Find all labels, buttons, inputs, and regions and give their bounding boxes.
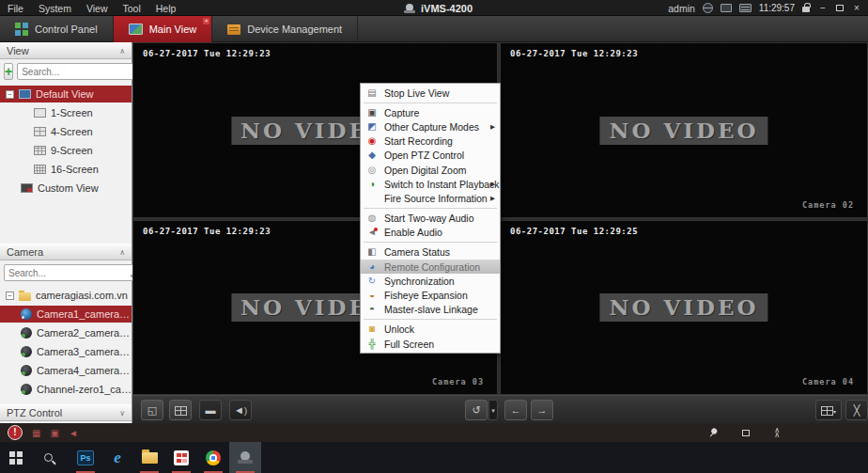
taskbar-internet-explorer[interactable]: e [101, 442, 133, 473]
ptz-person-icon: ◆ [365, 149, 379, 162]
menu-tool[interactable]: Tool [123, 3, 141, 14]
refresh-button[interactable]: ↺ [465, 400, 488, 420]
refresh-dropdown-button[interactable]: ▾ [488, 400, 498, 420]
view-item-9-screen[interactable]: 9-Screen [0, 142, 132, 159]
audio-event-icon[interactable]: ◄ [69, 428, 78, 438]
video-event-icon[interactable]: ▣ [50, 428, 58, 438]
menu-item-open-ptz-control[interactable]: ◆ Open PTZ Control [361, 149, 500, 163]
menu-system[interactable]: System [39, 3, 71, 14]
add-view-button[interactable]: + [4, 63, 13, 80]
menu-item-synchronization[interactable]: ↻ Synchronization [361, 274, 500, 288]
camera-panel-header[interactable]: Camera ∧ [0, 244, 132, 260]
camera-item-2[interactable]: Camera2_cameragiasi.... [0, 324, 132, 341]
alarm-warning-icon[interactable]: ! [8, 425, 23, 440]
tab-main-view[interactable]: Main View × [114, 16, 213, 42]
screen-16-icon [34, 165, 46, 174]
video-panel-4[interactable]: 06-27-2017 Tue 12:29:25 NO VIDEO Camera … [500, 220, 868, 395]
camera-item-label: Camera1_cameragiasi.... [37, 308, 132, 320]
no-video-label: NO VIDEO [599, 117, 767, 145]
restore-button[interactable] [836, 5, 844, 11]
view-panel-header[interactable]: View ∧ [0, 42, 132, 59]
mute-all-button[interactable]: ◄) [229, 400, 252, 420]
tab-control-panel[interactable]: Control Panel [0, 16, 114, 42]
menu-item-other-capture-modes[interactable]: ◩ Other Capture Modes [361, 119, 500, 134]
menu-item-switch-to-instant-playback[interactable]: ◑ Switch to Instant Playback [361, 177, 500, 191]
expand-down-icon[interactable]: ∨ [119, 409, 125, 418]
camera-search-input[interactable] [8, 268, 132, 278]
menu-item-fisheye-expansion[interactable]: ◒ Fisheye Expansion [361, 288, 500, 302]
window-division-button[interactable]: ▾ [815, 400, 842, 420]
view-search-input[interactable] [22, 67, 146, 77]
motion-event-icon[interactable]: ▦ [32, 428, 40, 438]
menu-view[interactable]: View [86, 3, 108, 14]
menu-item-master-slave-linkage[interactable]: ◓ Master-slave Linkage [361, 303, 500, 317]
camera-item-label: Camera2_cameragiasi.... [37, 327, 132, 339]
video-panel-2[interactable]: 06-27-2017 Tue 12:29:23 NO VIDEO Camera … [500, 42, 868, 218]
taskbar-grid-app[interactable] [165, 442, 197, 473]
collapse-expander-icon[interactable]: − [6, 292, 14, 300]
menu-item-fire-source-information[interactable]: Fire Source Information [361, 191, 500, 205]
menu-item-full-screen[interactable]: ╬ Full Screen [361, 337, 500, 351]
collapse-up-icon[interactable]: ∧ [119, 47, 125, 55]
fullscreen-button[interactable]: ╳ [845, 400, 868, 420]
fullscreen-icon: ╬ [365, 338, 379, 351]
camera-item-channel-zero[interactable]: Channel-zero1_camera... [0, 381, 132, 398]
screen-layout-button[interactable] [169, 400, 192, 420]
menu-item-start-recording[interactable]: ◉ Start Recording [361, 134, 500, 149]
camera-panel-title: Camera [7, 246, 43, 258]
restore-panel-icon[interactable] [742, 430, 750, 436]
collapse-expander-icon[interactable]: − [6, 90, 14, 99]
stop-icon: ▬ [206, 404, 216, 416]
close-button[interactable]: × [851, 3, 862, 13]
stop-all-live-button[interactable]: ▬ [199, 400, 222, 420]
taskbar-search-button[interactable] [32, 442, 64, 473]
screen-status-icon[interactable] [721, 4, 732, 12]
camera-group-row[interactable]: − cameragiasi.com.vn [0, 287, 132, 304]
save-view-icon: ◱ [147, 404, 157, 416]
taskbar-file-explorer[interactable] [133, 442, 165, 473]
calendar-icon[interactable] [739, 4, 752, 12]
menu-item-remote-configuration[interactable]: ◕ Remote Configuration [361, 260, 500, 274]
view-item-custom-view[interactable]: Custom View [0, 180, 132, 197]
menu-item-enable-audio[interactable]: ◄ Enable Audio [361, 226, 500, 240]
speaker-icon: ◄) [234, 404, 247, 416]
view-item-1-screen[interactable]: 1-Screen [0, 104, 132, 121]
menu-item-unlock[interactable]: ◙ Unlock [361, 323, 500, 337]
taskbar-ivms[interactable] [229, 442, 261, 473]
view-item-4-screen[interactable]: 4-Screen [0, 123, 132, 140]
minimize-button[interactable]: − [817, 3, 829, 13]
menu-file[interactable]: File [8, 3, 23, 14]
menu-item-capture[interactable]: ▣ Capture [361, 105, 500, 119]
screen-9-icon [34, 146, 46, 155]
view-item-16-screen[interactable]: 16-Screen [0, 161, 132, 178]
taskbar-photoshop[interactable]: Ps [70, 442, 101, 473]
ptz-panel-header[interactable]: PTZ Control ∨ [0, 404, 132, 421]
pin-icon[interactable] [706, 426, 720, 439]
ivms-app-icon [238, 451, 253, 464]
view-item-label: Default View [36, 88, 94, 100]
save-view-button[interactable]: ◱ [141, 400, 163, 420]
network-globe-icon[interactable] [703, 3, 713, 13]
camera-item-4[interactable]: Camera4_cameragiasi.... [0, 362, 132, 379]
lock-icon[interactable] [802, 7, 810, 12]
grid-app-icon [174, 450, 189, 465]
collapse-chevrons-icon[interactable]: ∧∧ [774, 428, 780, 437]
tab-close-icon[interactable]: × [203, 18, 209, 24]
tab-device-management[interactable]: Device Management [212, 16, 358, 42]
camera-item-1[interactable]: Camera1_cameragiasi.... [0, 306, 132, 323]
menu-item-start-two-way-audio[interactable]: ◍ Start Two-way Audio [361, 212, 500, 226]
menu-item-stop-live-view[interactable]: ▤ Stop Live View [361, 86, 500, 100]
start-button[interactable] [0, 442, 32, 473]
view-item-default-view[interactable]: − Default View [0, 86, 132, 102]
collapse-up-icon[interactable]: ∧ [119, 248, 125, 257]
menu-separator [364, 102, 497, 103]
caret-down-icon: ▾ [833, 409, 836, 415]
menu-item-open-digital-zoom[interactable]: ◎ Open Digital Zoom [361, 163, 500, 177]
menu-help[interactable]: Help [156, 3, 177, 14]
ivms-4200-window: File System View Tool Help iVMS-4200 adm… [0, 0, 868, 473]
camera-item-3[interactable]: Camera3_cameragiasi.... [0, 343, 132, 360]
taskbar-chrome[interactable] [197, 442, 229, 473]
next-page-button[interactable]: → [531, 400, 553, 420]
menu-item-camera-status[interactable]: ◧ Camera Status [361, 245, 500, 260]
previous-page-button[interactable]: ← [504, 400, 527, 420]
